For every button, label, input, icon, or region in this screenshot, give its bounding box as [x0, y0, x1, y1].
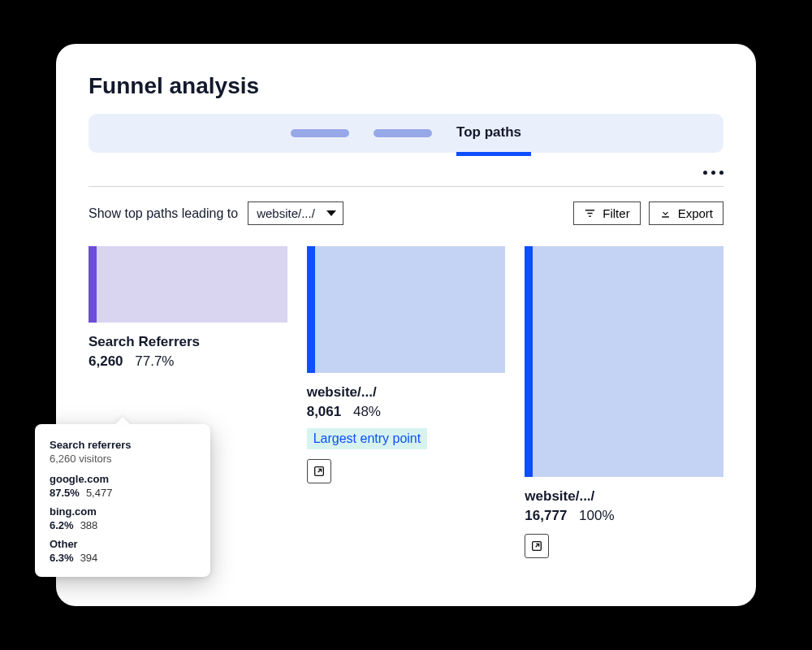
step-percent: 48%	[353, 404, 381, 419]
tooltip-pct: 87.5%	[50, 487, 80, 499]
more-menu-button[interactable]	[703, 171, 723, 175]
step-percent: 77.7%	[135, 353, 174, 369]
tooltip-domain: google.com	[50, 473, 196, 485]
tooltip-domain: Other	[50, 538, 196, 550]
tooltip-count: 388	[80, 519, 98, 531]
bar-accent	[525, 246, 533, 477]
tooltip-count: 394	[80, 552, 98, 564]
download-icon	[659, 207, 672, 219]
largest-entry-badge: Largest entry point	[307, 428, 428, 449]
bar-accent	[307, 246, 315, 373]
step-title: website/.../	[307, 384, 506, 401]
funnel-bar	[525, 246, 723, 477]
filter-icon	[584, 207, 596, 219]
tab-placeholder-2[interactable]	[374, 129, 432, 137]
page-title: Funnel analysis	[89, 73, 723, 99]
funnel-step-3[interactable]: website/.../ 16,777 100%	[525, 246, 723, 558]
funnel-bar	[307, 246, 506, 373]
filter-label: Filter	[603, 206, 629, 220]
export-button[interactable]: Export	[649, 202, 723, 225]
tab-placeholder-1[interactable]	[291, 129, 349, 137]
path-select[interactable]: website/.../	[248, 202, 343, 225]
tooltip-row: Other 6.3%394	[50, 538, 196, 564]
tab-bar: Top paths	[89, 114, 723, 153]
step-count: 6,260	[89, 353, 123, 369]
divider	[89, 186, 723, 187]
tooltip-row: google.com 87.5%5,477	[50, 473, 196, 499]
tooltip-title: Search referrers	[50, 439, 196, 451]
step-title: Search Referrers	[89, 334, 287, 350]
open-step-button[interactable]	[307, 459, 331, 483]
tab-top-paths[interactable]: Top paths	[456, 124, 521, 143]
tab-label: Top paths	[456, 124, 521, 140]
path-select-value: website/.../	[257, 206, 315, 220]
open-step-button[interactable]	[525, 534, 549, 558]
step-count: 8,061	[307, 404, 342, 419]
tab-underline	[456, 152, 531, 156]
funnel-analysis-window: Funnel analysis Top paths Show top paths…	[56, 44, 756, 606]
svg-rect-3	[662, 216, 669, 218]
funnel-step-1[interactable]: Search Referrers 6,260 77.7%	[89, 246, 287, 370]
step-percent: 100%	[579, 508, 614, 523]
step-title: website/.../	[525, 488, 723, 505]
chevron-down-icon	[326, 210, 336, 216]
referrer-breakdown-tooltip: Search referrers 6,260 visitors google.c…	[35, 424, 210, 577]
tooltip-count: 5,477	[86, 487, 113, 499]
filter-button[interactable]: Filter	[573, 202, 640, 225]
tooltip-pct: 6.2%	[50, 519, 74, 531]
funnel-step-2[interactable]: website/.../ 8,061 48% Largest entry poi…	[307, 246, 506, 483]
export-label: Export	[678, 206, 713, 220]
controls-prompt: Show top paths leading to	[89, 206, 238, 221]
tooltip-pct: 6.3%	[50, 552, 74, 564]
bar-accent	[89, 246, 97, 323]
funnel-bar	[89, 246, 287, 323]
tooltip-subtitle: 6,260 visitors	[50, 453, 196, 465]
controls-row: Show top paths leading to website/.../ F…	[89, 202, 723, 225]
step-count: 16,777	[525, 508, 567, 523]
tooltip-row: bing.com 6.2%388	[50, 505, 196, 531]
tooltip-domain: bing.com	[50, 505, 196, 518]
